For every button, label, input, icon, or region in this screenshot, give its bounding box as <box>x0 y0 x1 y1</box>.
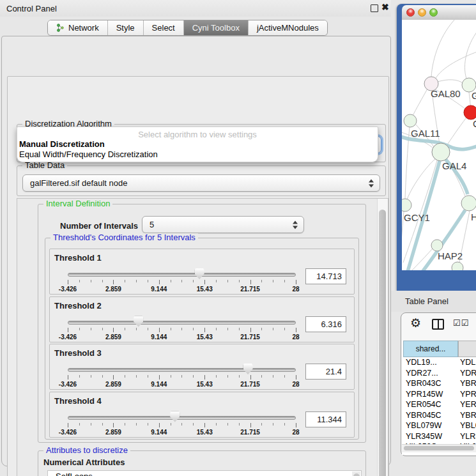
network-edge[interactable] <box>447 118 466 146</box>
tab-network[interactable]: Network <box>48 20 107 35</box>
name-cell[interactable]: YPR1 <box>460 390 476 399</box>
name-cell[interactable]: YER0 <box>460 400 476 409</box>
tick-label: -3.426 <box>59 429 77 436</box>
shared-name-cell[interactable]: YER054C <box>406 400 441 409</box>
table-row[interactable]: YBR045CYBR0 <box>402 411 476 422</box>
threshold-2-slider[interactable]: -3.4262.8599.14415.4321.71528 <box>68 316 296 341</box>
threshold-4-slider[interactable]: -3.4262.8599.14415.4321.71528 <box>68 411 296 436</box>
threshold-value-field[interactable]: 21.4 <box>305 364 346 380</box>
network-node-c[interactable] <box>464 105 476 119</box>
minimize-traffic-light-icon[interactable] <box>418 8 426 17</box>
desktop: { "window": {"title": "Control Panel"}, … <box>0 0 476 476</box>
shared-name-cell[interactable]: YPR145W <box>406 390 443 399</box>
table-row[interactable]: YBL079WYBL0 <box>402 421 476 432</box>
threshold-2-panel: Threshold 2 -3.4262.8599.14415.4321.7152… <box>49 296 355 342</box>
shared-name-cell[interactable]: YLR345W <box>406 432 442 441</box>
table-row[interactable]: YPR145WYPR1 <box>402 390 476 401</box>
columns-icon[interactable] <box>432 319 444 330</box>
slider-track[interactable] <box>68 368 296 372</box>
network-node-gal4[interactable] <box>432 143 450 161</box>
tick-label: -3.426 <box>59 286 77 293</box>
network-canvas[interactable]: GAL80GACGAL11GAL4GCY1HHAP2 <box>402 20 476 270</box>
slider-thumb[interactable] <box>170 411 180 422</box>
network-node[interactable] <box>452 262 463 270</box>
table-row[interactable]: YLR345WYLR3 <box>402 432 476 443</box>
table-hscrollbar-thumb[interactable] <box>404 446 474 450</box>
table-row[interactable]: YBR043CYBR0 <box>402 379 476 390</box>
threshold-value-field[interactable]: 14.713 <box>305 268 346 284</box>
shared-name-cell[interactable]: YBL079W <box>406 421 441 430</box>
list-scrollbar[interactable] <box>352 472 360 476</box>
network-node-gcy1[interactable] <box>402 199 411 211</box>
threshold-value-field[interactable]: 6.316 <box>305 316 346 332</box>
number-of-intervals-select[interactable]: 5 <box>142 216 304 233</box>
column-header-shared-name[interactable]: shared... <box>403 341 458 357</box>
numerical-attributes-label: Numerical Attributes <box>43 457 125 467</box>
combo-stepper-icon <box>293 220 298 229</box>
slider-major-ticks <box>68 423 296 427</box>
slider-track[interactable] <box>68 416 296 420</box>
settings-scrollbar[interactable] <box>377 199 388 476</box>
name-cell[interactable]: YLR3 <box>460 432 476 441</box>
column-header-name[interactable]: name <box>458 341 476 357</box>
node-label: HAP2 <box>438 250 463 261</box>
name-cell[interactable]: YBR0 <box>460 379 476 388</box>
slider-tick-labels: -3.4262.8599.14415.4321.71528 <box>68 334 296 341</box>
interval-definition-title: Interval Definition <box>43 199 112 208</box>
network-edge[interactable] <box>469 92 470 105</box>
name-cell[interactable]: YBL0 <box>460 421 476 430</box>
shared-name-cell[interactable]: YDR27... <box>406 369 438 378</box>
attributes-to-discretize-group: Attributes to discretize Numerical Attri… <box>38 450 366 476</box>
close-traffic-light-icon[interactable] <box>406 8 415 17</box>
network-node-gal11[interactable] <box>404 114 417 127</box>
network-edge[interactable] <box>431 20 457 77</box>
dropdown-item-equal-width-frequency[interactable]: Equal Width/Frequency Discretization <box>17 150 378 160</box>
network-node-h[interactable] <box>461 196 476 211</box>
slider-thumb[interactable] <box>243 364 253 374</box>
gear-icon[interactable]: ⚙ <box>410 317 421 330</box>
close-icon[interactable]: ✖ <box>381 2 389 12</box>
list-scrollbar-thumb[interactable] <box>353 473 360 476</box>
network-window-titlebar[interactable] <box>402 5 476 20</box>
tick-label: 21.715 <box>240 334 260 341</box>
table-row[interactable]: YDL19...YDL1 <box>402 358 476 369</box>
threshold-1-panel: Threshold 1 -3.4262.8599.14415.4321.7152… <box>49 249 355 295</box>
tab-style[interactable]: Style <box>107 20 143 35</box>
shared-name-cell[interactable]: YBR043C <box>406 379 441 388</box>
table-hscrollbar[interactable] <box>402 444 476 452</box>
table-row[interactable]: YDR27...YDR2 <box>402 369 476 380</box>
threshold-value-field[interactable]: 11.344 <box>305 411 346 427</box>
tab-jactivemnodules[interactable]: jActiveMNodules <box>248 20 327 35</box>
shared-name-cell[interactable]: YBR045C <box>406 411 441 420</box>
node-label: GA <box>472 90 476 101</box>
slider-thumb[interactable] <box>195 268 204 279</box>
network-edge[interactable] <box>464 31 476 79</box>
slider-track[interactable] <box>68 273 296 277</box>
name-cell[interactable]: YDR2 <box>460 369 476 378</box>
attribute-item[interactable]: SelfLoops <box>48 471 361 476</box>
name-cell[interactable]: YBR0 <box>460 411 476 420</box>
tab-cyni-toolbox[interactable]: Cyni Toolbox <box>183 20 248 35</box>
network-node-hap2[interactable] <box>431 240 443 251</box>
settings-scrollbar-thumb[interactable] <box>379 210 386 476</box>
threshold-1-slider[interactable]: -3.4262.8599.14415.4321.71528 <box>68 268 296 293</box>
table-data-select[interactable]: galFiltered.sif default node <box>22 174 380 192</box>
checkbox-icons[interactable]: ☑☑ <box>453 318 469 328</box>
network-edge[interactable] <box>435 52 476 79</box>
numerical-attributes-list[interactable]: SelfLoopsTopologicalCoefficientBetweenne… <box>47 470 362 476</box>
tick-label: 2.859 <box>105 429 121 436</box>
dropdown-item-manual-discretization[interactable]: Manual Discretization <box>17 139 378 150</box>
threshold-3-slider[interactable]: -3.4262.8599.14415.4321.71528 <box>68 364 296 388</box>
slider-track[interactable] <box>68 321 296 325</box>
name-cell[interactable]: YDL1 <box>460 358 476 367</box>
float-window-icon[interactable] <box>371 4 378 12</box>
tab-select[interactable]: Select <box>143 20 183 35</box>
shared-name-cell[interactable]: YDL19... <box>406 358 437 367</box>
table-row[interactable]: YER054CYER0 <box>402 400 476 411</box>
settings-scroll-area[interactable]: Interval Definition Number of Intervals … <box>17 198 388 476</box>
slider-thumb[interactable] <box>134 316 143 327</box>
tab-label: Select <box>152 23 175 33</box>
network-edge[interactable] <box>438 80 463 83</box>
zoom-traffic-light-icon[interactable] <box>429 8 438 17</box>
network-edge[interactable] <box>413 89 427 116</box>
